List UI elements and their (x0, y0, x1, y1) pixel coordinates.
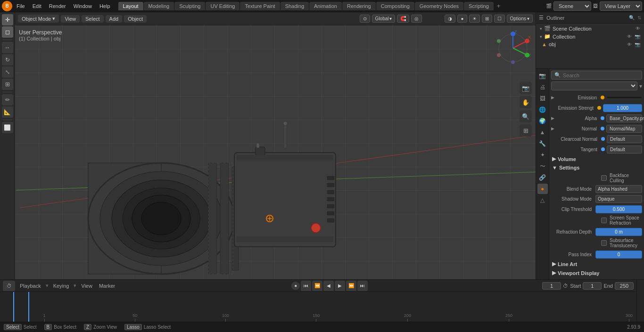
obj-render-icon[interactable]: 📷 (635, 42, 640, 47)
tab-modeling[interactable]: Modeling (144, 2, 174, 10)
particles-props-icon[interactable]: ✦ (537, 150, 548, 160)
tab-texture-paint[interactable]: Texture Paint (240, 2, 280, 10)
cursor-tool[interactable]: ✛ (2, 14, 13, 25)
step-forward-button[interactable]: ⏩ (346, 281, 356, 291)
outliner-filter-icon[interactable]: 🔍 (629, 15, 635, 20)
line-art-section-header[interactable]: ▶ Line Art (551, 259, 642, 268)
viewport-canvas[interactable]: User Perspective (1) Collection | obj X … (15, 25, 536, 279)
menu-help[interactable]: Help (96, 2, 114, 10)
record-button[interactable]: ● (291, 282, 300, 290)
props-filter-icon[interactable]: ▾ (639, 83, 642, 89)
volume-section-header[interactable]: ▶ Volume (551, 154, 642, 163)
tab-shading[interactable]: Shading (281, 2, 309, 10)
object-menu-button[interactable]: Object (124, 15, 147, 23)
tangent-value[interactable]: Default (607, 146, 642, 154)
annotate-tool[interactable]: ✏ (2, 94, 13, 105)
blend-mode-select[interactable]: Alpha Hashed (595, 185, 642, 193)
timeline-view-button[interactable]: View (79, 282, 94, 290)
overlay-button[interactable]: ⊞ (482, 15, 492, 23)
shadow-mode-select[interactable]: Opaque (595, 195, 642, 203)
scale-tool[interactable]: ⤡ (2, 66, 13, 78)
transform-tool[interactable]: ⊞ (2, 79, 13, 90)
outliner-item-obj[interactable]: ▲ obj 👁 📷 (536, 40, 644, 48)
hand-icon[interactable]: ✋ (520, 96, 532, 108)
tab-rendering[interactable]: Rendering (342, 2, 376, 10)
clip-threshold-value[interactable]: 0.500 (595, 205, 642, 213)
end-frame-input[interactable] (615, 282, 634, 290)
transform-space-button[interactable]: Global ▾ (372, 15, 396, 23)
tab-scripting[interactable]: Scripting (464, 2, 494, 10)
snap-button[interactable]: 🧲 (397, 15, 409, 23)
subsurface-translucency-checkbox[interactable] (601, 240, 607, 246)
material-props-icon[interactable]: ● (537, 184, 548, 194)
constraints-props-icon[interactable]: 🔗 (537, 172, 548, 183)
obj-eye[interactable]: 👁 (627, 42, 632, 47)
grid-icon[interactable]: ⊞ (520, 124, 532, 137)
menu-file[interactable]: File (13, 2, 28, 10)
view-layer-selector[interactable]: View Layer (600, 1, 642, 11)
select-tool[interactable]: ◻ (2, 26, 13, 38)
tab-uv-editing[interactable]: UV Editing (206, 2, 239, 10)
menu-render[interactable]: Render (46, 2, 69, 10)
modifier-props-icon[interactable]: 🔧 (537, 138, 548, 149)
alpha-arrow[interactable]: ▶ (551, 116, 554, 121)
jump-start-button[interactable]: ⏮ (301, 281, 311, 291)
object-mode-button[interactable]: Object Mode ▾ (18, 15, 59, 23)
viewport-display-section-header[interactable]: ▶ Viewport Display (551, 268, 642, 277)
alpha-value[interactable]: Base_Opacity.png (606, 114, 642, 122)
outliner-item-collection[interactable]: ▾ 📁 Collection 👁 📷 (536, 32, 644, 40)
move-tool[interactable]: ↔ (2, 42, 13, 53)
xray-button[interactable]: ☐ (494, 15, 505, 23)
tab-compositing[interactable]: Compositing (376, 2, 414, 10)
menu-edit[interactable]: Edit (29, 2, 45, 10)
screen-space-refraction-checkbox[interactable] (601, 218, 607, 223)
tab-geometry-nodes[interactable]: Geometry Nodes (415, 2, 463, 10)
add-workspace-button[interactable]: + (494, 1, 504, 10)
emission-strength-value[interactable]: 1.000 (603, 104, 642, 112)
scene-props-icon[interactable]: 🌐 (537, 105, 548, 115)
scene-selector[interactable]: Scene (553, 1, 591, 11)
timeline-scrollbar[interactable] (636, 280, 644, 322)
output-props-icon[interactable]: 🖨 (537, 82, 548, 92)
add-cube-tool[interactable]: ⬜ (2, 122, 13, 133)
outliner-sort-icon[interactable]: ⇅ (637, 15, 641, 20)
start-frame-input[interactable] (583, 282, 602, 290)
viewport-shading-material[interactable]: ● (457, 15, 467, 23)
current-frame-input[interactable] (542, 282, 561, 290)
camera-view-icon[interactable]: 📷 (520, 82, 532, 94)
world-props-icon[interactable]: 🌍 (537, 116, 548, 126)
zoom-icon[interactable]: 🔍 (520, 110, 532, 122)
viewport-gizmo[interactable]: X Y Z (494, 29, 532, 67)
refraction-depth-value[interactable]: 0 m (595, 228, 642, 236)
render-props-icon[interactable]: 📷 (537, 71, 548, 81)
timeline-scrubber[interactable]: 1 50 100 150 200 250 300 (0, 292, 636, 322)
outliner-item-scene-collection[interactable]: ▾ 🎬 Scene Collection 👁 (536, 24, 644, 32)
step-back-button[interactable]: ⏪ (312, 281, 322, 291)
normal-arrow[interactable]: ▶ (551, 126, 554, 131)
add-menu-button[interactable]: Add (106, 15, 123, 23)
tab-animation[interactable]: Animation (309, 2, 342, 10)
data-props-icon[interactable]: △ (537, 195, 548, 205)
normal-value[interactable]: Normal/Map (606, 125, 642, 133)
collection-eye[interactable]: 👁 (627, 34, 632, 39)
viewport-shading-rendered[interactable]: ☀ (469, 15, 480, 23)
emission-arrow[interactable]: ▶ (551, 95, 554, 100)
tab-layout[interactable]: Layout (118, 2, 143, 10)
jump-end-button[interactable]: ⏭ (357, 281, 368, 291)
timeline-icon[interactable]: ⏱ (3, 281, 15, 291)
proportional-edit-button[interactable]: ◎ (411, 15, 422, 23)
play-button[interactable]: ▶ (335, 281, 345, 291)
scene-collection-eye[interactable]: 👁 (636, 26, 640, 31)
keying-menu-button[interactable]: Keying (51, 282, 71, 290)
props-filter-select[interactable] (551, 81, 637, 90)
clearcoat-normal-value[interactable]: Default (607, 135, 642, 143)
object-props-icon[interactable]: ▲ (537, 127, 548, 138)
playback-menu-button[interactable]: Playback (18, 282, 43, 290)
properties-search-input[interactable] (563, 73, 639, 78)
measure-tool[interactable]: 📐 (2, 106, 13, 118)
tab-sculpting[interactable]: Sculpting (174, 2, 205, 10)
playhead[interactable] (28, 292, 29, 322)
view-layer-props-icon[interactable]: 🖼 (537, 93, 548, 104)
play-reverse-button[interactable]: ◀ (323, 281, 334, 291)
viewport-shading-solid[interactable]: ◑ (445, 15, 455, 23)
